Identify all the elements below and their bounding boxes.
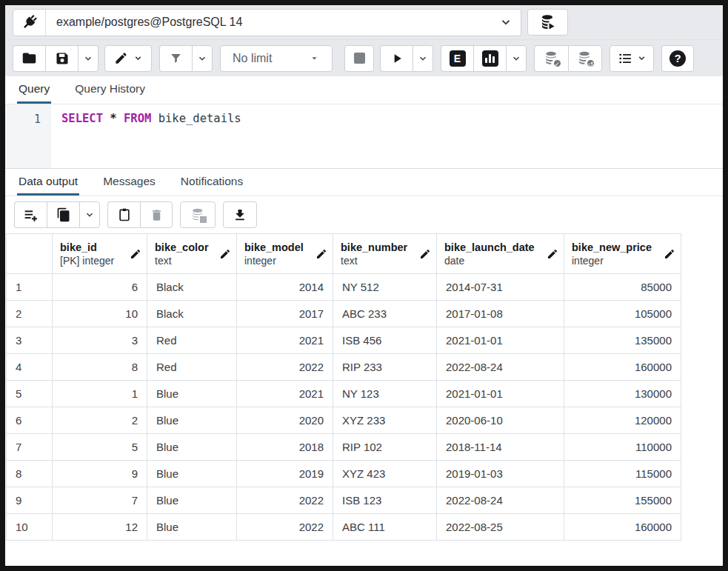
cell-bike_model[interactable]: 2022 [237,514,333,541]
cell-bike_model[interactable]: 2021 [237,327,333,354]
column-header-bike_id[interactable]: bike_id [PK] integer [53,234,147,274]
cancel-query-button[interactable] [344,45,374,72]
row-number[interactable]: 10 [7,514,53,541]
cell-bike_model[interactable]: 2014 [237,274,333,301]
cell-bike_id[interactable]: 5 [53,434,147,461]
cell-bike_model[interactable]: 2021 [237,381,333,407]
cell-bike_launch_date[interactable]: 2022-08-24 [437,354,564,381]
cell-bike_number[interactable]: ABC 233 [333,301,437,327]
cell-bike_color[interactable]: Red [147,327,237,354]
cell-bike_launch_date[interactable]: 2022-08-25 [437,514,564,541]
chevron-down-icon[interactable] [491,16,521,29]
cell-bike_model[interactable]: 2017 [237,301,333,327]
row-number[interactable]: 9 [7,487,53,514]
cell-bike_color[interactable]: Blue [147,514,237,541]
cell-bike_new_price[interactable]: 155000 [564,487,681,514]
cell-bike_id[interactable]: 3 [53,327,147,354]
tab-query-history[interactable]: Query History [73,76,147,104]
cell-bike_launch_date[interactable]: 2014-07-31 [437,274,564,301]
sql-editor[interactable]: 1 SELECT * FROM bike_details [5,104,723,168]
open-file-button[interactable] [13,45,45,72]
cell-bike_color[interactable]: Black [147,274,237,301]
explain-options-chevron[interactable] [506,45,527,72]
cell-bike_id[interactable]: 9 [53,461,147,487]
pencil-icon[interactable] [219,248,231,260]
execute-query-button[interactable] [380,45,413,72]
pencil-icon[interactable] [547,248,558,260]
paste-button[interactable] [107,201,140,228]
column-header-bike_model[interactable]: bike_model integer [237,234,333,274]
cell-bike_id[interactable]: 2 [53,407,147,434]
explain-analyze-button[interactable] [473,45,506,72]
help-button[interactable]: ? [661,45,694,72]
edit-menu-button[interactable] [104,45,152,72]
cell-bike_id[interactable]: 8 [53,354,147,381]
rollback-button[interactable]: ↺ [568,45,602,72]
filter-options-chevron[interactable] [192,45,213,72]
pencil-icon[interactable] [315,248,327,260]
cell-bike_number[interactable]: RIP 233 [333,354,437,381]
row-number[interactable]: 5 [7,381,53,407]
save-file-button[interactable] [45,45,78,72]
cell-bike_new_price[interactable]: 135000 [564,327,681,354]
explain-button[interactable]: E [441,45,473,72]
save-data-button[interactable] [180,201,216,228]
cell-bike_color[interactable]: Blue [147,434,237,461]
tab-notifications[interactable]: Notifications [179,169,244,196]
cell-bike_launch_date[interactable]: 2019-01-03 [437,461,564,487]
cell-bike_launch_date[interactable]: 2018-11-14 [437,434,564,461]
sql-code[interactable]: SELECT * FROM bike_details [51,104,723,168]
cell-bike_launch_date[interactable]: 2021-01-01 [437,381,564,407]
cell-bike_launch_date[interactable]: 2022-08-24 [437,487,564,514]
delete-rows-button[interactable] [140,201,173,228]
row-number[interactable]: 1 [7,274,53,301]
tab-query[interactable]: Query [17,76,51,104]
cell-bike_model[interactable]: 2022 [237,354,333,381]
cell-bike_new_price[interactable]: 130000 [564,381,681,407]
filter-button[interactable] [159,45,192,72]
cell-bike_new_price[interactable]: 110000 [564,434,681,461]
cell-bike_number[interactable]: RIP 102 [333,434,437,461]
cell-bike_number[interactable]: XYZ 233 [333,407,437,434]
cell-bike_new_price[interactable]: 160000 [564,354,681,381]
cell-bike_color[interactable]: Blue [147,461,237,487]
column-header-bike_new_price[interactable]: bike_new_price integer [564,234,681,274]
copy-options-chevron[interactable] [79,201,100,228]
cell-bike_launch_date[interactable]: 2021-01-01 [437,327,564,354]
cell-bike_number[interactable]: ISB 456 [333,327,437,354]
download-button[interactable] [223,201,257,228]
column-header-bike_launch_date[interactable]: bike_launch_date date [437,234,564,274]
cell-bike_id[interactable]: 12 [53,514,147,541]
cell-bike_number[interactable]: ISB 123 [333,487,437,514]
row-number[interactable]: 8 [7,461,53,487]
cell-bike_new_price[interactable]: 85000 [564,274,681,301]
copy-button[interactable] [47,201,79,228]
cell-bike_launch_date[interactable]: 2020-06-10 [437,407,564,434]
row-number[interactable]: 7 [7,434,53,461]
cell-bike_model[interactable]: 2020 [237,407,333,434]
commit-button[interactable]: ✓ [534,45,568,72]
cell-bike_model[interactable]: 2022 [237,487,333,514]
cell-bike_new_price[interactable]: 160000 [564,514,681,541]
execute-options-chevron[interactable] [413,45,433,72]
cell-bike_number[interactable]: NY 123 [333,381,437,407]
column-header-bike_number[interactable]: bike_number text [333,234,437,274]
tab-data-output[interactable]: Data output [17,169,79,196]
cell-bike_new_price[interactable]: 120000 [564,407,681,434]
new-connection-button[interactable] [527,9,568,36]
pencil-icon[interactable] [419,248,431,260]
cell-bike_model[interactable]: 2018 [237,434,333,461]
row-number[interactable]: 2 [7,301,53,327]
cell-bike_launch_date[interactable]: 2017-01-08 [437,301,564,327]
cell-bike_color[interactable]: Blue [147,381,237,407]
connection-selector[interactable]: example/postgres@PostgreSQL 14 [13,9,521,36]
cell-bike_number[interactable]: XYZ 423 [333,461,437,487]
cell-bike_id[interactable]: 10 [53,301,147,327]
cell-bike_color[interactable]: Blue [147,407,237,434]
save-options-chevron[interactable] [78,45,98,72]
cell-bike_new_price[interactable]: 105000 [564,301,681,327]
cell-bike_number[interactable]: ABC 111 [333,514,437,541]
add-row-button[interactable] [14,201,47,228]
select-all-corner[interactable] [7,234,53,274]
row-number[interactable]: 6 [7,407,53,434]
